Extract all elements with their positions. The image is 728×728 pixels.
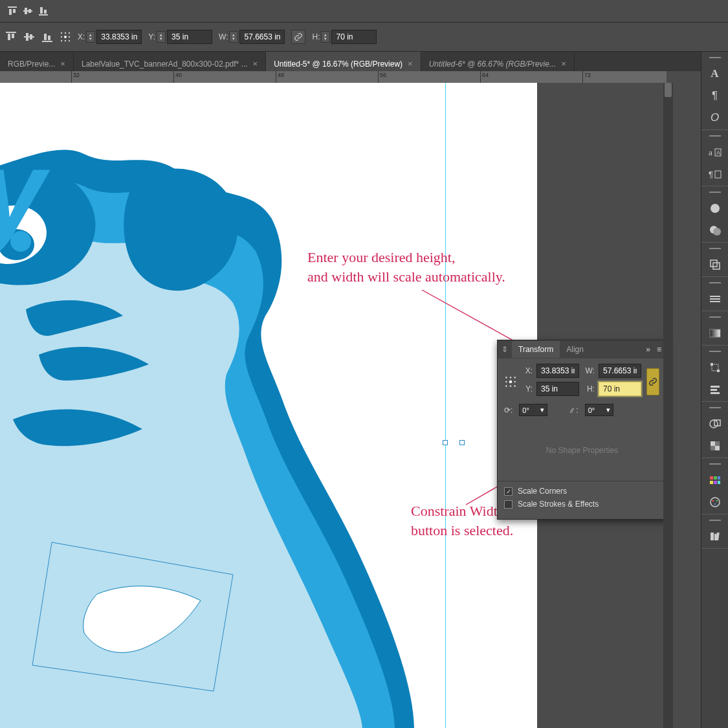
koala-artwork[interactable]: y — [0, 83, 453, 728]
align-bottom-edge-icon[interactable] — [41, 31, 53, 43]
panel-menu-icon[interactable]: ≡ — [657, 345, 661, 354]
close-icon[interactable]: × — [60, 59, 65, 69]
svg-rect-7 — [40, 7, 43, 14]
graphic-styles-icon[interactable] — [707, 223, 723, 238]
svg-text:¶: ¶ — [709, 170, 713, 179]
color-panel-icon[interactable] — [707, 494, 723, 510]
tab-doc-4[interactable]: Untitled-6* @ 66.67% (RGB/Previe...× — [421, 52, 575, 71]
align-vcenter-icon[interactable] — [22, 5, 34, 17]
horizontal-ruler[interactable]: 32 40 48 56 64 72 — [0, 71, 667, 83]
y-stepper[interactable] — [157, 31, 166, 43]
transform-panel-icon[interactable] — [707, 360, 723, 375]
svg-rect-1 — [9, 9, 12, 15]
tab-doc-2[interactable]: LabelValue_TVC_bannerAd_800x300-02.pdf* … — [74, 52, 266, 71]
tab-align[interactable]: Align — [560, 341, 590, 358]
guide-line[interactable] — [445, 83, 446, 728]
libraries-icon[interactable] — [707, 529, 723, 544]
scale-strokes-checkbox[interactable]: Scale Strokes & Effects — [504, 500, 660, 509]
svg-point-24 — [61, 40, 62, 41]
svg-rect-63 — [711, 441, 715, 446]
close-icon[interactable]: × — [253, 59, 258, 69]
annotation-line1: Enter your desired height, — [307, 248, 505, 267]
annotation-height: Enter your desired height, and width wil… — [307, 248, 505, 286]
paragraph-panel-icon[interactable]: ¶ — [707, 88, 723, 104]
svg-rect-0 — [8, 6, 17, 8]
svg-rect-57 — [717, 370, 720, 372]
pathfinder-icon[interactable] — [707, 416, 723, 432]
ruler-tick: 64 — [482, 72, 489, 78]
x-stepper[interactable] — [86, 31, 95, 43]
appearance-panel-icon[interactable] — [707, 201, 723, 216]
svg-point-25 — [65, 40, 66, 41]
panel-w-input[interactable] — [599, 364, 641, 378]
svg-point-36 — [509, 381, 512, 383]
svg-rect-58 — [711, 386, 720, 388]
svg-rect-6 — [39, 14, 48, 16]
svg-point-74 — [712, 500, 714, 502]
svg-point-75 — [716, 500, 718, 502]
svg-rect-69 — [718, 476, 720, 480]
svg-rect-70 — [710, 481, 713, 484]
h-input[interactable] — [331, 30, 377, 44]
chk-label: Scale Strokes & Effects — [518, 500, 599, 509]
align-vmiddle-icon[interactable] — [23, 31, 35, 43]
panel-x-input[interactable] — [536, 364, 579, 378]
transform-panel[interactable]: ⇕ Transform Align » ≡ X: Y: W: H: ⟳: — [497, 340, 667, 520]
tab-doc-1[interactable]: RGB/Previe...× — [0, 52, 74, 71]
svg-point-35 — [505, 381, 507, 383]
w-input[interactable] — [239, 30, 285, 44]
align-panel-icon[interactable] — [707, 382, 723, 397]
svg-rect-14 — [30, 34, 32, 39]
tab-label: Untitled-5* @ 16.67% (RGB/Preview) — [274, 60, 403, 69]
character-panel-icon[interactable]: A — [707, 66, 723, 82]
constrain-proportions-button[interactable] — [646, 368, 659, 395]
constrain-link-icon[interactable] — [291, 30, 305, 44]
tab-label: RGB/Previe... — [8, 60, 55, 69]
svg-point-18 — [61, 32, 62, 34]
tab-label: Untitled-6* @ 66.67% (RGB/Previe... — [429, 60, 556, 69]
char-styles-icon[interactable]: aA — [707, 144, 723, 160]
tab-transform[interactable]: Transform — [512, 341, 560, 358]
layers-panel-icon[interactable] — [707, 257, 723, 272]
y-input[interactable] — [167, 30, 212, 44]
svg-rect-13 — [26, 33, 28, 41]
artboard[interactable]: y — [0, 83, 537, 728]
selection-handle[interactable] — [459, 440, 465, 445]
close-icon[interactable]: × — [561, 59, 566, 69]
transparency-icon[interactable] — [707, 438, 723, 454]
shear-icon: ⫽: — [568, 406, 578, 415]
rotate-select[interactable]: 0°▾ — [519, 404, 547, 416]
w-stepper[interactable] — [229, 31, 238, 43]
canvas[interactable]: y — [0, 83, 537, 728]
para-styles-icon[interactable]: ¶ — [707, 166, 723, 182]
collapse-icon[interactable]: » — [646, 345, 650, 354]
svg-point-37 — [514, 381, 516, 383]
stroke-panel-icon[interactable] — [707, 291, 723, 307]
align-bottom-icon[interactable] — [38, 5, 49, 17]
gradient-panel-icon[interactable] — [707, 325, 723, 341]
vertical-scrollbar[interactable] — [663, 83, 673, 728]
svg-rect-50 — [713, 263, 720, 269]
ruler-tick: 56 — [380, 72, 386, 78]
scale-corners-checkbox[interactable]: ✓Scale Corners — [504, 487, 660, 496]
h-label: H: — [312, 32, 320, 41]
h-stepper[interactable] — [321, 31, 330, 43]
align-top-edge-icon[interactable] — [5, 31, 17, 43]
shear-select[interactable]: 0°▾ — [585, 404, 613, 416]
document-tabs: RGB/Previe...× LabelValue_TVC_bannerAd_8… — [0, 52, 728, 71]
opentype-panel-icon[interactable]: O — [707, 110, 723, 126]
swatches-icon[interactable] — [707, 472, 723, 488]
tab-doc-3[interactable]: Untitled-5* @ 16.67% (RGB/Preview)× — [266, 52, 421, 71]
selection-handle[interactable] — [443, 440, 448, 445]
panel-y-input[interactable] — [536, 382, 579, 396]
x-input[interactable] — [96, 30, 142, 44]
panel-drag-icon[interactable]: ⇕ — [498, 345, 512, 354]
close-icon[interactable]: × — [408, 59, 413, 69]
reference-point-icon[interactable] — [504, 375, 517, 388]
svg-rect-45 — [715, 171, 721, 178]
panel-h-input[interactable] — [599, 382, 641, 396]
svg-point-20 — [69, 32, 70, 34]
align-top-icon[interactable] — [6, 5, 18, 17]
reference-point-icon[interactable] — [60, 31, 71, 43]
svg-rect-77 — [711, 533, 714, 540]
